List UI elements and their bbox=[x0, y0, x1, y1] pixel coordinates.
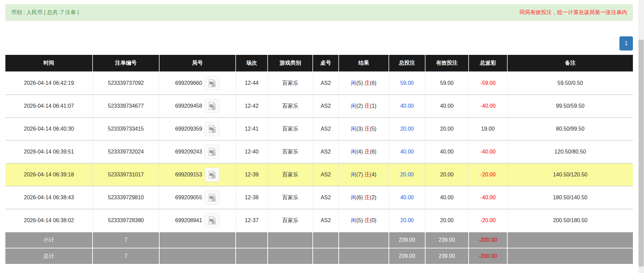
result-cell: 闲(2) 庄(1) bbox=[339, 95, 389, 117]
video-replay-icon bbox=[207, 170, 217, 179]
total-bet-link[interactable]: 40.00 bbox=[400, 149, 414, 155]
time-cell: 2026-04-14 06:40:30 bbox=[5, 117, 93, 140]
total-bet-link[interactable]: 40.00 bbox=[400, 103, 414, 109]
total-bet-cell: 20.00 bbox=[389, 209, 425, 232]
result-cell: 闲(6) 庄(2) bbox=[339, 186, 389, 209]
session-cell: 12-38 bbox=[236, 186, 268, 209]
player-result-label: 闲 bbox=[351, 103, 357, 109]
time-cell: 2026-04-14 06:39:18 bbox=[5, 163, 93, 186]
game-type-cell: 百家乐 bbox=[268, 72, 313, 95]
round-id-text: 699209660 bbox=[175, 80, 202, 86]
total-bet-link[interactable]: 59.00 bbox=[400, 80, 414, 86]
round-id-text: 699208941 bbox=[175, 217, 202, 224]
valid-bet-cell: 20.00 bbox=[425, 163, 469, 186]
column-header-1: 时间 bbox=[5, 55, 93, 72]
total-row-empty-cell bbox=[236, 248, 268, 264]
payout-cell: -40.00 bbox=[469, 186, 508, 209]
player-result-label: 闲 bbox=[351, 149, 357, 155]
table-row: 2026-04-14 06:40:30523339733415699209359… bbox=[5, 117, 633, 140]
bet-id-cell: 523339732024 bbox=[93, 140, 159, 163]
banker-score: (2) bbox=[370, 195, 377, 200]
video-replay-button[interactable] bbox=[205, 145, 219, 159]
total-bet-cell: 40.00 bbox=[389, 95, 425, 117]
pagination-top: 1 bbox=[5, 36, 633, 50]
subtotal-row-empty-cell bbox=[159, 232, 236, 248]
game-type-cell: 百家乐 bbox=[268, 163, 313, 186]
table-no-cell: AS2 bbox=[313, 209, 338, 232]
total-bet-cell: 20.00 bbox=[389, 117, 425, 140]
banker-result-label: 庄 bbox=[365, 195, 370, 200]
banker-result-label: 庄 bbox=[365, 103, 370, 109]
banker-score: (1) bbox=[370, 103, 377, 109]
currency-summary-text: 币别 : 人民币 | 总共 :7 注单 | bbox=[11, 9, 79, 16]
subtotal-row-valid-bet: 239.00 bbox=[425, 232, 469, 248]
subtotal-row-empty-cell bbox=[313, 232, 338, 248]
video-replay-icon bbox=[207, 79, 217, 88]
bet-id-cell: 523339731017 bbox=[93, 163, 159, 186]
video-replay-button[interactable] bbox=[205, 191, 219, 205]
column-header-2: 注单编号 bbox=[93, 55, 159, 72]
total-bet-link[interactable]: 40.00 bbox=[400, 195, 414, 200]
banker-result-label: 庄 bbox=[365, 172, 370, 177]
player-result-label: 闲 bbox=[351, 80, 357, 86]
video-replay-button[interactable] bbox=[205, 122, 219, 136]
subtotal-row-empty-cell bbox=[236, 232, 268, 248]
remark-cell: 99.50/59.50 bbox=[507, 95, 633, 117]
table-row: 2026-04-14 06:42:19523339737092699209660… bbox=[5, 72, 633, 95]
video-replay-icon bbox=[207, 102, 217, 110]
valid-bet-cell: 20.00 bbox=[425, 209, 469, 232]
round-id-cell: 699209660 bbox=[159, 72, 236, 95]
column-header-3: 局号 bbox=[159, 55, 236, 72]
column-header-4: 场次 bbox=[236, 55, 268, 72]
table-no-cell: AS2 bbox=[313, 186, 338, 209]
total-bet-link[interactable]: 20.00 bbox=[400, 172, 414, 177]
result-cell: 闲(5) 庄(0) bbox=[339, 209, 389, 232]
table-no-cell: AS2 bbox=[313, 95, 338, 117]
total-row-payout: -200.00 bbox=[469, 248, 508, 264]
player-score: (4) bbox=[357, 149, 363, 155]
column-header-5: 游戏类别 bbox=[268, 55, 313, 72]
result-cell: 闲(4) 庄(6) bbox=[339, 140, 389, 163]
vertical-scrollbar[interactable] bbox=[638, 0, 644, 273]
subtotal-row-remark bbox=[507, 232, 633, 248]
total-row-empty-cell bbox=[268, 248, 313, 264]
video-replay-button[interactable] bbox=[205, 213, 219, 228]
video-replay-icon bbox=[207, 147, 217, 156]
session-cell: 12-44 bbox=[236, 72, 268, 95]
bet-id-cell: 523339734677 bbox=[93, 95, 159, 117]
column-header-7: 结果 bbox=[339, 55, 389, 72]
total-row-label: 总计 bbox=[5, 248, 93, 264]
total-bet-link[interactable]: 20.00 bbox=[400, 217, 414, 223]
scrollbar-thumb[interactable] bbox=[639, 40, 644, 267]
remark-cell: 140.50/120.50 bbox=[507, 163, 633, 186]
player-score: (2) bbox=[357, 103, 363, 109]
remark-cell: 80.50/99.50 bbox=[507, 117, 633, 140]
valid-bet-cell: 59.00 bbox=[425, 72, 469, 95]
game-type-cell: 百家乐 bbox=[268, 209, 313, 232]
video-replay-icon bbox=[207, 193, 217, 202]
video-replay-button[interactable] bbox=[205, 76, 219, 90]
page-1-button[interactable]: 1 bbox=[619, 36, 633, 50]
column-header-11: 备注 bbox=[507, 55, 633, 72]
time-cell: 2026-04-14 06:38:43 bbox=[5, 186, 93, 209]
banker-score: (0) bbox=[370, 217, 377, 223]
table-no-cell: AS2 bbox=[313, 117, 338, 140]
column-header-10: 总派彩 bbox=[469, 55, 508, 72]
player-score: (5) bbox=[357, 80, 363, 86]
payout-cell: -59.00 bbox=[469, 72, 508, 95]
table-row: 2026-04-14 06:38:43523339729810699209055… bbox=[5, 186, 633, 209]
payout-cell: -40.00 bbox=[469, 140, 508, 163]
video-replay-button[interactable] bbox=[205, 99, 219, 113]
total-bet-link[interactable]: 20.00 bbox=[400, 126, 414, 132]
table-no-cell: AS2 bbox=[313, 72, 338, 95]
time-cell: 2026-04-14 06:39:51 bbox=[5, 140, 93, 163]
bet-id-cell: 523339728380 bbox=[93, 209, 159, 232]
time-cell: 2026-04-14 06:42:19 bbox=[5, 72, 93, 95]
video-replay-button[interactable] bbox=[205, 168, 219, 182]
game-type-cell: 百家乐 bbox=[268, 117, 313, 140]
subtotal-row: 小计7239.00239.00-200.00 bbox=[5, 232, 633, 248]
session-cell: 12-42 bbox=[236, 95, 268, 117]
column-header-9: 有效投注 bbox=[425, 55, 469, 72]
video-replay-icon bbox=[207, 216, 217, 225]
player-score: (6) bbox=[357, 195, 363, 200]
